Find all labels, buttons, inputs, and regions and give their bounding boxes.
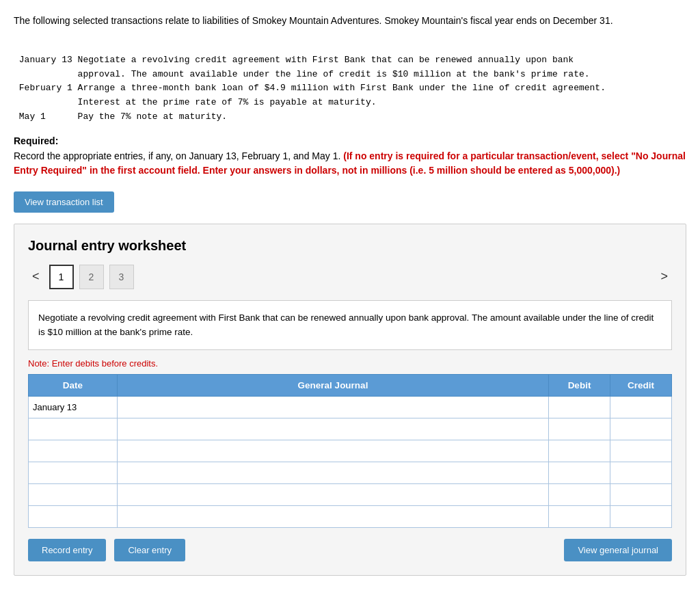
credit-input[interactable]	[615, 488, 667, 501]
cell-date	[29, 418, 118, 440]
cell-date	[29, 440, 118, 462]
credit-input[interactable]	[615, 401, 667, 414]
journal-input[interactable]	[122, 488, 544, 501]
tab-2[interactable]: 2	[79, 265, 104, 289]
required-description: Record the appropriate entries, if any, …	[14, 149, 686, 178]
credit-input[interactable]	[615, 466, 667, 479]
debit-input[interactable]	[553, 401, 606, 414]
col-credit: Credit	[610, 374, 672, 396]
required-text-normal: Record the appropriate entries, if any, …	[14, 150, 343, 161]
tab-3[interactable]: 3	[109, 265, 134, 289]
credit-input[interactable]	[615, 444, 667, 457]
cell-date	[29, 483, 118, 505]
journal-input[interactable]	[122, 466, 544, 479]
table-row	[29, 418, 672, 440]
cell-credit[interactable]	[610, 396, 672, 418]
cell-credit[interactable]	[610, 483, 672, 505]
credit-input[interactable]	[615, 510, 667, 523]
next-arrow[interactable]: >	[656, 268, 672, 285]
debit-input[interactable]	[553, 510, 606, 523]
transactions-block: January 13 Negotiate a revolving credit …	[14, 39, 686, 124]
cell-credit[interactable]	[610, 418, 672, 440]
cell-date	[29, 462, 118, 483]
tab-1[interactable]: 1	[49, 265, 74, 289]
journal-input[interactable]	[122, 401, 544, 414]
cell-journal[interactable]	[118, 483, 549, 505]
worksheet-title: Journal entry worksheet	[28, 238, 672, 254]
debit-input[interactable]	[553, 466, 606, 479]
cell-credit[interactable]	[610, 440, 672, 462]
journal-input[interactable]	[122, 423, 544, 436]
debit-input[interactable]	[553, 444, 606, 457]
view-general-journal-button[interactable]: View general journal	[564, 539, 672, 561]
tab-navigation: < 1 2 3 >	[28, 265, 672, 289]
cell-debit[interactable]	[549, 396, 610, 418]
cell-journal[interactable]	[118, 418, 549, 440]
cell-debit[interactable]	[549, 418, 610, 440]
cell-journal[interactable]	[118, 505, 549, 527]
journal-table: Date General Journal Debit Credit Januar…	[28, 374, 672, 528]
note-text: Note: Enter debits before credits.	[28, 358, 672, 369]
worksheet-container: Journal entry worksheet < 1 2 3 > Negoti…	[14, 224, 686, 576]
cell-journal[interactable]	[118, 396, 549, 418]
cell-debit[interactable]	[549, 440, 610, 462]
prev-arrow[interactable]: <	[28, 268, 44, 285]
cell-debit[interactable]	[549, 505, 610, 527]
view-transaction-button[interactable]: View transaction list	[14, 191, 114, 213]
col-date: Date	[29, 374, 118, 396]
cell-journal[interactable]	[118, 462, 549, 483]
debit-input[interactable]	[553, 423, 606, 436]
journal-input[interactable]	[122, 510, 544, 523]
col-journal: General Journal	[118, 374, 549, 396]
debit-input[interactable]	[553, 488, 606, 501]
table-row	[29, 483, 672, 505]
bottom-buttons: Record entry Clear entry View general jo…	[28, 539, 672, 561]
intro-text: The following selected transactions rela…	[14, 14, 686, 28]
record-entry-button[interactable]: Record entry	[28, 539, 106, 561]
table-row	[29, 440, 672, 462]
cell-debit[interactable]	[549, 483, 610, 505]
transaction-1: January 13 Negotiate a revolving credit …	[14, 55, 606, 122]
table-row	[29, 462, 672, 483]
cell-date: January 13	[29, 396, 118, 418]
cell-date	[29, 505, 118, 527]
cell-debit[interactable]	[549, 462, 610, 483]
cell-credit[interactable]	[610, 462, 672, 483]
table-row: January 13	[29, 396, 672, 418]
required-label: Required:	[14, 135, 58, 146]
cell-journal[interactable]	[118, 440, 549, 462]
credit-input[interactable]	[615, 423, 667, 436]
cell-credit[interactable]	[610, 505, 672, 527]
clear-entry-button[interactable]: Clear entry	[114, 539, 185, 561]
journal-input[interactable]	[122, 444, 544, 457]
required-section: Required: Record the appropriate entries…	[14, 135, 686, 178]
table-row	[29, 505, 672, 527]
col-debit: Debit	[549, 374, 610, 396]
worksheet-description: Negotiate a revolving credit agreement w…	[28, 300, 672, 350]
